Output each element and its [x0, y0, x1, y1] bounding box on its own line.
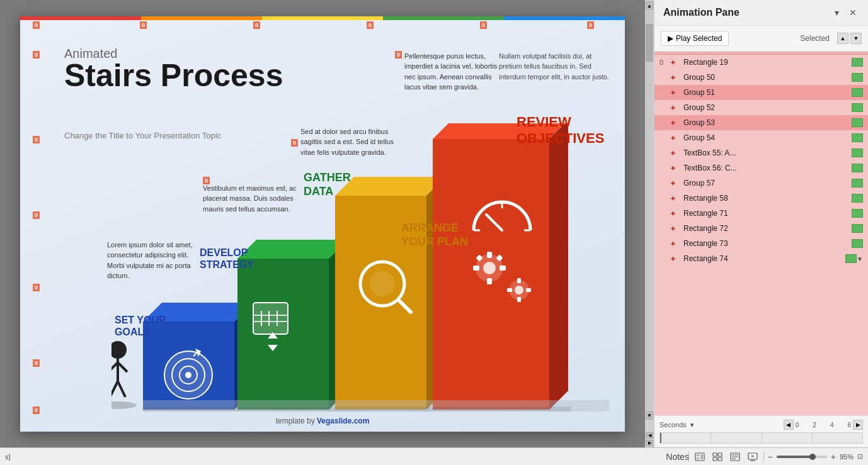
anim-item-14[interactable]: ✦ Rectangle 74 ▼ [654, 251, 868, 266]
canvas-wrapper: 0 0 0 0 0 0 0 0 0 0 0 0 0 0 0 [0, 0, 654, 447]
anim-item-5[interactable]: ✦ Group 53 [654, 115, 868, 130]
anim-indicator-14 [845, 254, 857, 263]
slide-sorter-btn[interactable] [711, 451, 724, 462]
notes-label: Notes [666, 452, 689, 462]
anim-indicator-11 [852, 209, 863, 218]
anim-toolbar: ▶ Play Selected Selected ▲ ▼ [654, 26, 868, 52]
marker-top-1: 0 [33, 21, 40, 29]
marker-left-4: 0 [33, 284, 40, 291]
template-credit: template by Vegaslide.com [276, 417, 370, 425]
svg-point-1 [111, 341, 127, 359]
svg-line-4 [118, 362, 127, 372]
anim-item-12[interactable]: ✦ Rectangle 72 [654, 221, 868, 236]
svg-marker-28 [335, 177, 445, 196]
anim-effect-icon-12: ✦ [670, 224, 682, 233]
scroll-track[interactable] [646, 11, 653, 410]
fit-btn[interactable]: ⊡ [857, 452, 863, 461]
svg-rect-51 [517, 297, 521, 302]
scroll-up-btn[interactable]: ▲ [646, 1, 653, 10]
anim-item-11[interactable]: ✦ Rectangle 71 [654, 206, 868, 221]
zoom-slider[interactable] [777, 456, 827, 458]
main-layout: 0 0 0 0 0 0 0 0 0 0 0 0 0 0 0 [0, 0, 868, 447]
anim-name-1: Rectangle 19 [683, 58, 852, 67]
timeline-grid-1 [711, 433, 711, 443]
marker-top-5: 0 [480, 21, 487, 29]
anim-down-btn[interactable]: ▼ [850, 33, 862, 44]
reading-view-icon [730, 452, 740, 461]
zoom-in-btn[interactable]: + [831, 452, 836, 462]
presentation-slide: 0 0 0 0 0 0 0 0 0 0 0 0 0 0 0 [20, 16, 625, 432]
timeline-nav-next[interactable]: ▶ [853, 420, 863, 430]
selected-text: Selected [800, 34, 830, 43]
svg-rect-45 [500, 266, 506, 271]
svg-line-6 [118, 381, 125, 397]
anim-name-7: TextBox 55: A... [683, 148, 814, 157]
notes-button[interactable]: Notes [671, 451, 685, 462]
anim-name-11: Rectangle 71 [683, 209, 795, 218]
zoom-thumb[interactable] [809, 454, 816, 460]
anim-name-2: Group 50 [683, 73, 833, 82]
anim-item-6[interactable]: ✦ Group 54 [654, 130, 868, 145]
anim-item-1[interactable]: 0 ✦ Rectangle 19 [654, 55, 868, 70]
anim-effect-icon-1: ✦ [670, 58, 682, 67]
anim-item-7[interactable]: ✦ TextBox 55: A... [654, 145, 868, 160]
canvas-inner: 0 0 0 0 0 0 0 0 0 0 0 0 0 0 0 [0, 0, 645, 447]
anim-indicator-9 [852, 179, 863, 188]
zoom-out-btn[interactable]: − [768, 452, 773, 462]
svg-point-41 [483, 262, 496, 274]
scroll-next-btn[interactable]: ▶ [646, 440, 653, 446]
anim-up-btn[interactable]: ▲ [837, 33, 848, 44]
marker-left-3: 0 [33, 211, 40, 219]
normal-view-icon [695, 452, 705, 461]
svg-point-0 [111, 401, 137, 409]
anim-item-10[interactable]: ✦ Rectangle 58 [654, 191, 868, 206]
timeline-num-0: 0 [796, 422, 799, 429]
anim-item-3[interactable]: ✦ Group 51 [654, 85, 868, 100]
anim-indicator-4 [852, 103, 863, 112]
reading-view-btn[interactable] [728, 451, 742, 462]
slideshow-btn[interactable] [746, 451, 760, 462]
anim-effect-icon-6: ✦ [670, 133, 682, 143]
slideshow-icon [748, 452, 758, 461]
zoom-fill [777, 456, 813, 458]
anim-scroll-arrow[interactable]: ▼ [857, 255, 863, 262]
anim-indicator-6 [852, 133, 863, 142]
anim-item-2[interactable]: ✦ Group 50 [654, 70, 868, 85]
timeline-controls-row: Seconds ▼ ◀ 0 2 4 6 ▶ [660, 420, 863, 430]
stair-svg [111, 123, 622, 413]
scroll-down-btn[interactable]: ▼ [646, 411, 653, 420]
anim-effect-icon-4: ✦ [670, 103, 682, 113]
anim-indicator-2 [852, 73, 863, 82]
anim-item-8[interactable]: ✦ TextBox 56: C... [654, 160, 868, 176]
timeline-nav-prev[interactable]: ◀ [784, 420, 794, 430]
anim-close-btn[interactable]: ✕ [847, 6, 859, 19]
svg-marker-73 [751, 455, 755, 457]
anim-item-13[interactable]: ✦ Rectangle 73 [654, 236, 868, 251]
svg-rect-44 [473, 266, 479, 271]
svg-line-5 [111, 381, 118, 400]
play-selected-button[interactable]: ▶ Play Selected [661, 31, 729, 46]
marker-left-1: 0 [33, 51, 40, 59]
anim-indicator-12 [852, 224, 863, 233]
normal-view-btn[interactable] [693, 451, 707, 462]
canvas-scrollbar[interactable]: ▲ ▼ ◀ ▶ [645, 0, 654, 447]
animation-list[interactable]: 0 ✦ Rectangle 19 ✦ Group 50 ✦ Group 51 [654, 52, 868, 415]
anim-minimize-btn[interactable]: ▾ [832, 6, 842, 19]
marker-left-5: 0 [33, 359, 40, 367]
anim-name-3: Group 51 [683, 88, 833, 97]
anim-item-4[interactable]: ✦ Group 52 [654, 100, 868, 115]
timeline-cursor [660, 433, 661, 443]
svg-point-31 [370, 271, 395, 296]
timeline-grid-3 [812, 433, 813, 443]
scroll-thumb [646, 24, 653, 62]
timeline-numbers: 0 2 4 6 [796, 422, 851, 429]
status-left: s] [5, 453, 11, 461]
scroll-prev-btn[interactable]: ◀ [646, 432, 653, 439]
anim-header-icons: ▾ ✕ [832, 6, 859, 19]
svg-rect-55 [143, 400, 609, 412]
anim-item-9[interactable]: ✦ Group 57 [654, 176, 868, 191]
anim-name-8: TextBox 56: C... [683, 164, 814, 172]
anim-effect-icon-13: ✦ [670, 239, 682, 249]
svg-rect-63 [697, 457, 699, 459]
anim-indicator-1 [852, 58, 863, 67]
